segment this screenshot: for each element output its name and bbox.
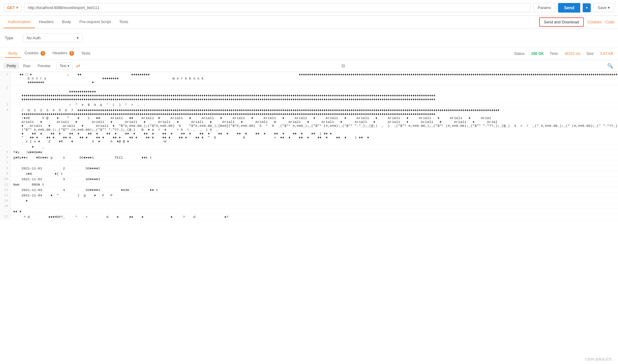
line-content: ? d ♦♦♦MbP?_ * + % ♦ ♦♦ ♦ ♦ ? d ♦? xyxy=(11,214,231,219)
auth-select-chevron: ▾ xyxy=(77,36,79,40)
fmt-raw[interactable]: Raw xyxy=(20,63,33,69)
code-line: 6g♦Ry♦♦v ♦Re♦♦e g 1 SO♦♦♦♦1 fkIl ♦♦k t xyxy=(0,155,618,160)
line-number: 7 xyxy=(0,160,11,166)
code-line: 13 2021-11-04 ♦ " ] g ♦ F P xyxy=(0,193,618,198)
method-label: GET xyxy=(7,5,15,10)
line-number: 2 xyxy=(0,85,11,102)
code-line: 14 ♦ xyxy=(0,198,618,204)
resp-time-label: Time: xyxy=(550,52,559,56)
line-content: g♦Ry♦♦v ♦Re♦♦e g 1 SO♦♦♦♦1 fkIl ♦♦k t xyxy=(11,155,154,160)
line-content: ♦♦ □ ♦ ; ♦♦ ♦♦♦♦♦♦♦♦♦ ♦♦♦♦♦♦♦♦♦♦♦♦♦♦♦♦♦♦… xyxy=(11,72,618,85)
line-content: ! " # $ % & ' ( ) * + , - xyxy=(11,102,148,107)
resp-size-label: Size: xyxy=(587,52,595,56)
line-number: 9 xyxy=(0,171,11,176)
copy-icon[interactable]: ⧉ xyxy=(340,62,346,70)
save-button[interactable]: Save ▾ xyxy=(593,3,614,12)
code-line: 9 s♦N ♦{ t xyxy=(0,171,618,177)
line-content: ♦♦ ♦ xyxy=(11,209,24,214)
code-line: 4 / 0 1 2 3 4 5 6 7 ♦♦♦♦♦♦♦♦♦♦♦♦♦♦♦♦♦♦♦♦… xyxy=(0,108,618,144)
top-bar: GET ▾ Params Send ▾ Save ▾ xyxy=(0,0,618,16)
line-number: 3 xyxy=(0,102,11,107)
line-number xyxy=(0,209,11,214)
resp-size-value: 5.67 KB xyxy=(600,52,613,56)
line-content: 2021-11-01 2 SO♦♦♦♦2 xyxy=(11,166,103,171)
line-number: 15 xyxy=(0,204,11,209)
resp-time-value: 46322 ms xyxy=(565,52,581,56)
resp-status-value: 200 OK xyxy=(531,52,544,56)
resp-tab-tests[interactable]: Tests xyxy=(78,49,94,58)
line-content: Nwm RNSN t xyxy=(11,182,47,187)
method-chevron: ▾ xyxy=(16,5,18,10)
code-link[interactable]: Code xyxy=(605,20,614,24)
method-selector[interactable]: GET ▾ xyxy=(4,3,22,12)
wrap-icon[interactable]: ⇄ xyxy=(76,63,80,69)
line-content xyxy=(11,160,16,166)
response-bar: Body Cookies 1 Headers 5 Tests Status: 2… xyxy=(0,47,618,60)
send-button[interactable]: Send xyxy=(558,3,580,13)
line-content: 2021-11-03 4 SO♦♦♦♦4 ♦m3W ♦♦ t xyxy=(11,187,160,192)
code-area[interactable]: 1 ♦♦ □ ♦ ; ♦♦ ♦♦♦♦♦♦♦♦♦ ♦♦♦♦♦♦♦♦♦♦♦♦♦♦♦♦… xyxy=(0,72,618,364)
line-number: 14 xyxy=(0,198,11,203)
line-number xyxy=(0,144,11,149)
line-number: 8 xyxy=(0,166,11,171)
code-line: 12 2021-11-03 4 SO♦♦♦♦4 ♦m3W ♦♦ t xyxy=(0,187,618,193)
send-download-button[interactable]: Send and Download xyxy=(539,17,584,27)
tab-tests[interactable]: Tests xyxy=(115,16,132,28)
tab-authorization[interactable]: Authorization xyxy=(4,16,35,28)
line-number: 12 xyxy=(0,187,11,192)
auth-type-select[interactable]: No Auth ▾ xyxy=(23,34,83,42)
code-line: 3 ! " # $ % & ' ( ) * + , - xyxy=(0,102,618,108)
code-line: 8 2021-11-01 2 SO♦♦♦♦2 xyxy=(0,166,618,171)
line-content: / 0 1 2 3 4 5 6 7 ♦♦♦♦♦♦♦♦♦♦♦♦♦♦♦♦♦♦♦♦♦♦… xyxy=(11,108,618,144)
line-content: ♦ xyxy=(11,198,30,203)
auth-row: Type No Auth ▾ xyxy=(0,29,618,47)
fmt-preview[interactable]: Preview xyxy=(34,63,53,69)
resp-tab-cookies[interactable]: Cookies 1 xyxy=(21,49,49,58)
watermark: CSDN @灰色天空... xyxy=(585,357,614,362)
resp-headers-label: Headers xyxy=(52,51,67,55)
resp-tab-headers[interactable]: Headers 5 xyxy=(49,49,78,58)
tab-body[interactable]: Body xyxy=(58,16,75,28)
line-content: 2021-11-04 ♦ " ] g ♦ F P xyxy=(11,193,115,198)
send-dropdown-button[interactable]: ▾ xyxy=(583,3,591,12)
resp-cookies-label: Cookies xyxy=(25,51,39,55)
tab-pre-request[interactable]: Pre-request Script xyxy=(75,16,115,28)
params-button[interactable]: Params xyxy=(533,3,556,12)
code-line: ♦ _ xyxy=(0,144,618,150)
search-icon[interactable]: 🔍 xyxy=(606,62,614,70)
line-number: 6 xyxy=(0,155,11,160)
fmt-type-selector[interactable]: Text ▾ xyxy=(56,62,73,70)
url-input[interactable] xyxy=(24,3,531,12)
code-line: 2 ♦♦♦♦♦♦♦♦♦♦♦♦♦ ♦♦♦♦♦♦♦♦♦♦♦♦♦♦♦♦♦♦♦♦♦♦♦♦… xyxy=(0,85,618,102)
line-number: 17 xyxy=(0,214,11,219)
code-line: ♦♦ ♦ xyxy=(0,209,618,214)
line-number: 5 xyxy=(0,150,11,155)
line-content xyxy=(11,204,16,209)
code-line: 1 ♦♦ □ ♦ ; ♦♦ ♦♦♦♦♦♦♦♦♦ ♦♦♦♦♦♦♦♦♦♦♦♦♦♦♦♦… xyxy=(0,72,618,85)
save-chevron: ▾ xyxy=(608,5,610,10)
resp-status-label: Status: xyxy=(514,52,525,56)
line-content: ♦ _ xyxy=(11,144,47,149)
format-bar: Pretty Raw Preview Text ▾ ⇄ ⧉ 🔍 xyxy=(0,60,618,72)
line-content: s♦N ♦{ t xyxy=(11,171,65,176)
fmt-pretty[interactable]: Pretty xyxy=(4,63,19,69)
auth-type-label: Type xyxy=(5,36,17,40)
resp-tab-body[interactable]: Body xyxy=(5,49,21,58)
resp-status-area: Status: 200 OK Time: 46322 ms Size: 5.67… xyxy=(514,52,613,56)
line-content: ♦♦♦♦♦♦♦♦♦♦♦♦♦ ♦♦♦♦♦♦♦♦♦♦♦♦♦♦♦♦♦♦♦♦♦♦♦♦♦♦… xyxy=(11,85,438,102)
cookies-link[interactable]: Cookies xyxy=(587,20,602,24)
auth-type-value: No Auth xyxy=(27,36,40,40)
line-number: 13 xyxy=(0,193,11,198)
resp-headers-badge: 5 xyxy=(69,51,74,56)
request-tabs: Authorization Headers Body Pre-request S… xyxy=(0,16,618,29)
code-line: 11Nwm RNSN t xyxy=(0,182,618,187)
save-label: Save xyxy=(598,5,607,10)
line-content: 2021-11-02 3 SO♦♦♦♦3 xyxy=(11,177,103,182)
line-number: 4 xyxy=(0,108,11,144)
code-line: 10 2021-11-02 3 SO♦♦♦♦3 xyxy=(0,177,618,182)
line-number: 1 xyxy=(0,72,11,85)
line-number: 10 xyxy=(0,177,11,182)
resp-cookies-badge: 1 xyxy=(40,51,45,56)
code-line: 7 xyxy=(0,160,618,166)
tab-headers[interactable]: Headers xyxy=(35,16,58,28)
